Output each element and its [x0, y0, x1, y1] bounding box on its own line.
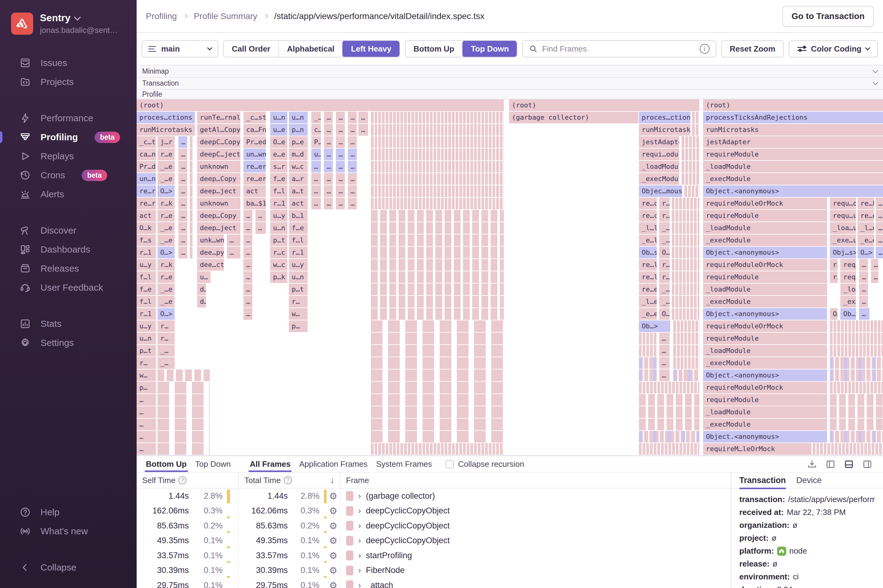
flame-frame[interactable]: d… [197, 296, 206, 308]
flame-frame[interactable]: … [324, 161, 333, 172]
flame-fragments[interactable] [639, 431, 700, 442]
flame-frame[interactable]: ca…n [137, 148, 156, 160]
expand-chevron-icon[interactable]: › [358, 566, 361, 575]
frame-table-row[interactable]: 49.35ms0.1%49.35ms0.1%⚙›deepCyclicCopyOb… [137, 533, 731, 548]
flame-frame[interactable]: … [859, 259, 868, 271]
sidebar-item-replays[interactable]: Replays [0, 147, 137, 166]
flame-frame[interactable]: r… [659, 198, 670, 209]
flame-frame[interactable]: … [179, 247, 187, 258]
flame-frame[interactable]: p…e [289, 136, 308, 148]
flame-frame[interactable]: r…e [158, 271, 175, 283]
flame-frame[interactable]: … [137, 418, 156, 430]
flame-frame[interactable]: … [243, 234, 252, 246]
flame-fragments[interactable] [682, 161, 700, 172]
flame-frame[interactable]: _loadModule [703, 406, 827, 418]
flame-fragments[interactable] [639, 345, 657, 357]
flame-frame[interactable]: O… [830, 308, 837, 320]
flame-fragments[interactable] [371, 234, 504, 246]
flame-frame[interactable]: un…n [137, 173, 156, 185]
flame-frame[interactable]: processTicksAndRejections [703, 112, 883, 123]
flame-frame[interactable]: f…e [289, 222, 308, 234]
flame-frame[interactable]: runMicrotasks [703, 124, 883, 136]
flame-frame[interactable]: … [348, 136, 357, 148]
flame-frame[interactable]: … [859, 284, 868, 295]
flame-fragments[interactable] [190, 247, 193, 258]
sidebar-item-issues[interactable]: Issues [0, 53, 137, 72]
flame-frame[interactable]: … [348, 198, 357, 209]
flame-fragments[interactable] [158, 431, 210, 442]
flame-frame[interactable]: … [859, 308, 869, 320]
flame-frame[interactable]: r… [289, 296, 308, 308]
flame-frame[interactable]: u…n [137, 333, 156, 344]
flame-frame[interactable]: _e…e [857, 234, 874, 246]
flame-fragments[interactable] [371, 418, 504, 430]
flame-frame[interactable]: O…> [857, 247, 874, 258]
flame-frame[interactable]: Ob…> [639, 320, 670, 332]
flame-frame[interactable]: _… [311, 112, 321, 123]
flame-frame[interactable]: Ob…> [840, 308, 856, 320]
flame-frame[interactable]: re…r [137, 198, 156, 209]
flame-fragments[interactable] [371, 296, 504, 308]
flame-frame[interactable]: _c…st [243, 112, 266, 123]
transaction-section-header[interactable]: Transaction [137, 77, 883, 89]
flame-frame[interactable]: a…t [289, 185, 308, 197]
flame-fragments[interactable] [830, 382, 883, 393]
flame-frame[interactable]: _… [659, 284, 670, 295]
sidebar-item-performance[interactable]: Performance [0, 109, 137, 128]
tab-bottom-up[interactable]: Bottom Up [141, 456, 191, 472]
flame-frame[interactable]: _e…e [639, 308, 657, 320]
sidebar-item-releases[interactable]: Releases [0, 259, 137, 278]
flame-frame[interactable]: proces…ctions [137, 112, 195, 123]
flame-frame[interactable]: … [243, 271, 252, 283]
flame-frame[interactable]: O…> [158, 185, 175, 197]
flame-frame[interactable]: req…ck [840, 259, 856, 271]
flame-frame[interactable]: … [348, 161, 357, 172]
flame-fragments[interactable] [830, 357, 883, 369]
reset-zoom-button[interactable]: Reset Zoom [721, 40, 784, 57]
flame-frame[interactable]: requireModuleOrMock [703, 198, 827, 209]
flame-frame[interactable]: _… [158, 345, 175, 357]
expand-chevron-icon[interactable]: › [358, 536, 361, 545]
flame-frame[interactable]: getAl…Copy [197, 124, 240, 136]
flame-frame[interactable]: requireModule [703, 210, 827, 222]
flame-frame[interactable]: w…c [289, 161, 308, 172]
flame-frame[interactable]: … [358, 124, 368, 136]
thread-select[interactable]: main [141, 40, 218, 57]
layout-right-button[interactable] [862, 459, 872, 469]
flame-frame[interactable]: _… [158, 357, 175, 369]
flame-frame[interactable]: O…> [158, 247, 175, 258]
flame-fragments[interactable] [672, 234, 700, 246]
flame-fragments[interactable] [830, 394, 883, 406]
flame-frame[interactable]: … [871, 259, 878, 271]
flame-frame[interactable]: … [875, 198, 883, 209]
flame-fragments[interactable] [639, 443, 700, 455]
flame-frame[interactable]: r… [137, 357, 156, 369]
flame-frame[interactable]: runMicrotasks [639, 124, 691, 136]
flame-frame[interactable]: … [179, 234, 187, 246]
sidebar-item-settings[interactable]: Settings [0, 333, 137, 352]
flame-fragments[interactable] [371, 357, 504, 369]
flame-frame[interactable]: r… [158, 320, 175, 332]
flame-fragments[interactable] [682, 136, 700, 148]
flame-frame[interactable]: (root) [137, 99, 504, 111]
flame-frame[interactable]: _…e [158, 161, 175, 172]
flame-fragments[interactable] [371, 394, 504, 406]
flame-frame[interactable]: … [179, 222, 187, 234]
flame-fragments[interactable] [639, 333, 657, 344]
flame-fragments[interactable] [371, 198, 504, 209]
flame-frame[interactable]: Obj…s> [830, 247, 856, 258]
flame-frame[interactable]: … [875, 247, 883, 258]
flame-frame[interactable]: … [348, 112, 357, 123]
flame-frame[interactable]: s…r [270, 161, 287, 172]
flame-frame[interactable]: requi…odule [639, 148, 679, 160]
frame-table-row[interactable]: 33.57ms0.1%33.57ms0.1%⚙›startProfiling [137, 548, 731, 563]
flame-frame[interactable]: (root) [703, 99, 883, 111]
flame-frame[interactable]: u…y [137, 320, 156, 332]
flame-frame[interactable]: u…y [270, 210, 287, 222]
flame-fragments[interactable] [190, 210, 193, 222]
flame-frame[interactable]: _execModule [639, 173, 679, 185]
flame-frame[interactable]: … [243, 284, 252, 295]
frame-settings-gear-icon[interactable]: ⚙ [327, 506, 340, 516]
flame-frame[interactable]: … [659, 369, 670, 381]
flame-fragments[interactable] [672, 296, 700, 308]
